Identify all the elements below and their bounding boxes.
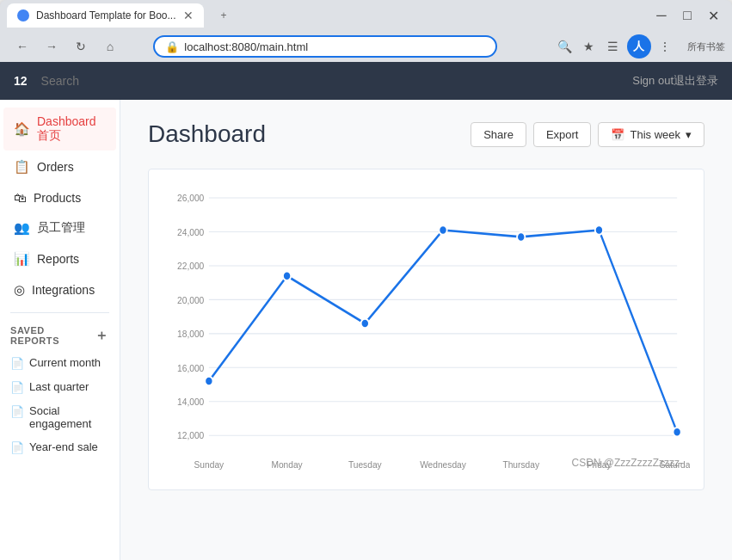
svg-text:18,000: 18,000 <box>177 328 204 339</box>
integrations-icon: ◎ <box>14 282 25 298</box>
restore-button[interactable]: □ <box>675 3 699 28</box>
sidebar: 🏠 Dashboard首页 📋 Orders 🛍 Products 👥 员工管理… <box>0 100 120 560</box>
saved-report-last-quarter[interactable]: 📄 Last quarter <box>0 375 120 399</box>
employees-icon: 👥 <box>14 220 30 236</box>
minimize-button[interactable]: ─ <box>649 3 674 28</box>
reload-button[interactable]: ↻ <box>69 34 93 58</box>
address-bar-actions: 🔍 ★ ☰ 人 ⋮ <box>555 34 675 58</box>
menu-icon[interactable]: ⋮ <box>655 36 675 57</box>
svg-point-25 <box>361 319 369 329</box>
sidebar-item-products[interactable]: 🛍 Products <box>3 183 116 212</box>
svg-point-27 <box>517 232 525 242</box>
sidebar-item-reports-label: Reports <box>37 252 79 266</box>
tab-grid-icon[interactable]: ☰ <box>603 36 624 57</box>
search-icon[interactable]: 🔍 <box>555 36 575 57</box>
window-controls: ─ □ ✕ <box>649 3 725 28</box>
svg-text:20,000: 20,000 <box>177 294 204 305</box>
sidebar-item-integrations-label: Integrations <box>32 283 95 297</box>
svg-text:Wednesday: Wednesday <box>420 459 466 471</box>
sign-out-button[interactable]: Sign out退出登录 <box>632 73 718 89</box>
main-content: Dashboard Share Export 📅 This week ▾ <box>120 100 732 560</box>
close-button[interactable]: ✕ <box>701 3 725 28</box>
tab-title: Dashboard Template for Boo... <box>36 9 176 22</box>
svg-text:16,000: 16,000 <box>177 362 204 373</box>
products-icon: 🛍 <box>14 190 27 205</box>
report-doc-icon-2: 📄 <box>10 381 24 394</box>
bookmark-star-icon[interactable]: ★ <box>579 36 600 57</box>
sidebar-item-dashboard-label: Dashboard首页 <box>37 114 106 144</box>
chart-area: 12,00014,00016,00018,00020,00022,00024,0… <box>163 183 690 476</box>
calendar-icon: 📅 <box>611 128 624 141</box>
browser-frame: Dashboard Template for Boo... ✕ + ─ □ ✕ … <box>0 0 732 560</box>
home-icon: 🏠 <box>14 121 30 137</box>
svg-text:12,000: 12,000 <box>177 430 204 441</box>
svg-point-26 <box>439 225 446 235</box>
search-input[interactable] <box>41 74 623 88</box>
svg-text:Sunday: Sunday <box>194 459 225 471</box>
sidebar-item-orders[interactable]: 📋 Orders <box>3 152 116 182</box>
bookmarks-label: 所有书签 <box>687 40 725 53</box>
sidebar-item-reports[interactable]: 📊 Reports <box>3 244 116 274</box>
svg-point-23 <box>205 377 212 386</box>
tab-favicon <box>17 9 29 22</box>
saved-report-year-end-sale[interactable]: 📄 Year-end sale <box>0 435 120 459</box>
export-button[interactable]: Export <box>533 122 592 147</box>
chart-container: 12,00014,00016,00018,00020,00022,00024,0… <box>148 169 704 490</box>
sidebar-item-products-label: Products <box>34 191 81 205</box>
forward-button[interactable]: → <box>40 34 64 58</box>
svg-text:Thursday: Thursday <box>502 459 539 471</box>
svg-point-29 <box>673 428 680 437</box>
report-doc-icon-4: 📄 <box>10 441 24 454</box>
sidebar-item-employees-label: 员工管理 <box>37 220 85 236</box>
page-actions: Share Export 📅 This week ▾ <box>471 122 704 147</box>
reports-icon: 📊 <box>14 251 30 267</box>
svg-point-28 <box>595 225 603 235</box>
address-bar[interactable]: 🔒 localhost:8080/main.html <box>153 35 497 58</box>
app-body: 🏠 Dashboard首页 📋 Orders 🛍 Products 👥 员工管理… <box>0 100 732 560</box>
sidebar-item-integrations[interactable]: ◎ Integrations <box>3 275 116 305</box>
add-saved-report-button[interactable]: ＋ <box>95 329 109 342</box>
sidebar-divider <box>10 312 109 313</box>
svg-text:22,000: 22,000 <box>177 261 204 272</box>
share-button[interactable]: Share <box>471 122 526 147</box>
this-week-button[interactable]: 📅 This week ▾ <box>598 122 704 147</box>
header-badge: 12 <box>14 74 28 88</box>
svg-text:24,000: 24,000 <box>177 226 204 237</box>
url-text: localhost:8080/main.html <box>184 40 308 53</box>
saved-report-current-month[interactable]: 📄 Current month <box>0 351 120 375</box>
browser-titlebar: Dashboard Template for Boo... ✕ + ─ □ ✕ <box>0 0 732 31</box>
back-button[interactable]: ← <box>10 34 34 58</box>
sidebar-item-dashboard[interactable]: 🏠 Dashboard首页 <box>3 108 116 151</box>
page-title: Dashboard <box>148 120 266 148</box>
chevron-down-icon: ▾ <box>686 128 692 141</box>
home-button[interactable]: ⌂ <box>98 34 122 58</box>
profile-icon[interactable]: 人 <box>627 34 651 58</box>
sidebar-item-orders-label: Orders <box>37 160 74 174</box>
navigation-controls: ← → ↻ ⌂ <box>10 34 122 58</box>
line-chart: 12,00014,00016,00018,00020,00022,00024,0… <box>163 183 690 476</box>
app: 12 Sign out退出登录 🏠 Dashboard首页 📋 Orders 🛍… <box>0 62 732 560</box>
report-doc-icon-3: 📄 <box>10 405 24 418</box>
app-header: 12 Sign out退出登录 <box>0 62 732 100</box>
orders-icon: 📋 <box>14 159 30 175</box>
watermark: CSDN @ZzzZzzzZzzzz- <box>571 457 683 469</box>
address-bar-row: ← → ↻ ⌂ 🔒 localhost:8080/main.html 🔍 ★ ☰… <box>0 31 732 62</box>
new-tab-button[interactable]: + <box>211 3 366 28</box>
saved-reports-header: SAVED REPORTS ＋ <box>0 320 120 351</box>
report-doc-icon: 📄 <box>10 357 24 370</box>
saved-report-social-engagement[interactable]: 📄 Social engagement <box>0 399 120 435</box>
svg-text:Tuesday: Tuesday <box>348 459 382 471</box>
tab-close-button[interactable]: ✕ <box>183 9 194 22</box>
svg-text:26,000: 26,000 <box>177 193 204 204</box>
svg-point-24 <box>283 271 291 280</box>
svg-text:14,000: 14,000 <box>177 396 204 407</box>
sidebar-item-employees[interactable]: 👥 员工管理 <box>3 213 116 243</box>
page-header: Dashboard Share Export 📅 This week ▾ <box>148 120 704 148</box>
browser-tab[interactable]: Dashboard Template for Boo... ✕ <box>7 3 204 28</box>
svg-text:Monday: Monday <box>271 459 303 471</box>
